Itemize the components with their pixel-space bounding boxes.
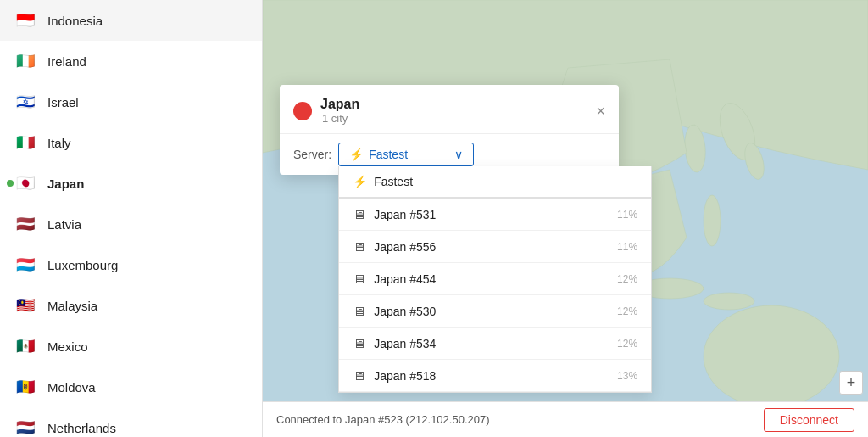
dropdown-item-japan531[interactable]: 🖥Japan #53111% <box>339 199 651 231</box>
country-name-israel: Israel <box>47 95 79 109</box>
server-select-button[interactable]: ⚡ Fastest ∨ <box>338 143 474 166</box>
country-popup: Japan 1 city × Server: ⚡ Fastest ∨ ⚡Fast… <box>280 85 619 175</box>
server-load: 12% <box>617 338 637 350</box>
active-indicator <box>7 180 14 187</box>
flag-mexico: 🇲🇽 <box>14 334 37 358</box>
connected-text: Connected to Japan #523 (212.102.50.207) <box>276 413 764 426</box>
flag-netherlands: 🇳🇱 <box>14 416 37 437</box>
sidebar-item-italy[interactable]: 🇮🇹Italy <box>0 122 262 163</box>
bolt-icon: ⚡ <box>349 148 364 161</box>
country-name-japan: Japan <box>47 176 84 191</box>
dropdown-item-japan534[interactable]: 🖥Japan #53412% <box>339 328 651 360</box>
dropdown-item-japan530[interactable]: 🖥Japan #53012% <box>339 295 651 328</box>
country-name-luxembourg: Luxembourg <box>47 258 118 272</box>
server-item-label: Fastest <box>374 175 413 188</box>
dropdown-item-japan556[interactable]: 🖥Japan #55611% <box>339 231 651 263</box>
country-name-latvia: Latvia <box>47 217 81 232</box>
flag-moldova: 🇲🇩 <box>14 375 37 399</box>
country-name-moldova: Moldova <box>47 380 96 395</box>
country-name-malaysia: Malaysia <box>47 299 97 313</box>
popup-flag <box>293 102 312 120</box>
server-icon: 🖥 <box>353 304 365 318</box>
zoom-in-button[interactable]: + <box>839 371 863 395</box>
sidebar-item-mexico[interactable]: 🇲🇽Mexico <box>0 326 262 367</box>
server-load: 11% <box>617 209 637 221</box>
flag-israel: 🇮🇱 <box>14 90 37 114</box>
selected-server-label: Fastest <box>369 148 408 161</box>
country-name-mexico: Mexico <box>47 339 88 354</box>
dropdown-item-japan454[interactable]: 🖥Japan #45412% <box>339 263 651 295</box>
chevron-down-icon: ∨ <box>454 148 463 161</box>
popup-title-group: Japan 1 city <box>320 97 359 125</box>
dropdown-item-fastest[interactable]: ⚡Fastest <box>339 166 651 199</box>
server-item-label: Japan #454 <box>374 272 436 286</box>
server-icon: 🖥 <box>353 239 365 254</box>
server-item-label: Japan #556 <box>374 240 436 254</box>
popup-close-button[interactable]: × <box>596 104 605 119</box>
popup-title: Japan <box>320 97 359 112</box>
flag-luxembourg: 🇱🇺 <box>14 253 37 277</box>
sidebar-item-malaysia[interactable]: 🇲🇾Malaysia <box>0 285 262 326</box>
sidebar-item-israel[interactable]: 🇮🇱Israel <box>0 81 262 122</box>
sidebar-item-ireland[interactable]: 🇮🇪Ireland <box>0 41 262 81</box>
svg-point-6 <box>704 305 839 407</box>
server-dropdown: ⚡Fastest🖥Japan #53111%🖥Japan #55611%🖥Jap… <box>338 166 652 393</box>
sidebar-item-netherlands[interactable]: 🇳🇱Netherlands <box>0 407 262 437</box>
server-row: Server: ⚡ Fastest ∨ ⚡Fastest🖥Japan #5311… <box>280 134 619 175</box>
map-area: Japan 1 city × Server: ⚡ Fastest ∨ ⚡Fast… <box>263 0 868 437</box>
server-item-label: Japan #530 <box>374 305 436 318</box>
country-name-ireland: Ireland <box>47 54 86 69</box>
svg-point-5 <box>704 293 754 310</box>
flag-indonesia: 🇮🇩 <box>14 8 37 32</box>
flag-malaysia: 🇲🇾 <box>14 294 37 317</box>
bolt-icon: ⚡ <box>353 175 367 188</box>
dropdown-item-japan518[interactable]: 🖥Japan #51813% <box>339 360 651 392</box>
server-load: 11% <box>617 241 637 253</box>
bottom-bar: Connected to Japan #523 (212.102.50.207)… <box>263 401 868 437</box>
server-icon: 🖥 <box>353 272 365 286</box>
popup-header: Japan 1 city × <box>280 85 619 134</box>
sidebar-item-latvia[interactable]: 🇱🇻Latvia <box>0 204 262 244</box>
country-name-italy: Italy <box>47 136 71 150</box>
country-name-indonesia: Indonesia <box>47 14 103 28</box>
flag-latvia: 🇱🇻 <box>14 212 37 236</box>
server-load: 12% <box>617 305 637 317</box>
sidebar-item-luxembourg[interactable]: 🇱🇺Luxembourg <box>0 244 262 285</box>
server-item-label: Japan #534 <box>374 337 436 350</box>
country-name-netherlands: Netherlands <box>47 421 116 435</box>
country-list: 🇮🇩Indonesia🇮🇪Ireland🇮🇱Israel🇮🇹Italy🇯🇵Jap… <box>0 0 263 437</box>
popup-subtitle: 1 city <box>322 112 359 125</box>
server-icon: 🖥 <box>353 336 365 350</box>
sidebar-item-japan[interactable]: 🇯🇵Japan <box>0 163 262 204</box>
server-load: 13% <box>617 370 637 382</box>
svg-point-3 <box>704 195 721 246</box>
sidebar-item-moldova[interactable]: 🇲🇩Moldova <box>0 367 262 407</box>
server-load: 12% <box>617 273 637 285</box>
server-item-label: Japan #518 <box>374 369 436 383</box>
server-item-label: Japan #531 <box>374 208 436 221</box>
disconnect-button[interactable]: Disconnect <box>764 408 854 432</box>
server-icon: 🖥 <box>353 368 365 383</box>
flag-japan: 🇯🇵 <box>14 171 37 195</box>
server-icon: 🖥 <box>353 207 365 221</box>
flag-ireland: 🇮🇪 <box>14 49 37 73</box>
server-label: Server: <box>293 148 331 161</box>
flag-italy: 🇮🇹 <box>14 131 37 154</box>
sidebar-item-indonesia[interactable]: 🇮🇩Indonesia <box>0 0 262 41</box>
